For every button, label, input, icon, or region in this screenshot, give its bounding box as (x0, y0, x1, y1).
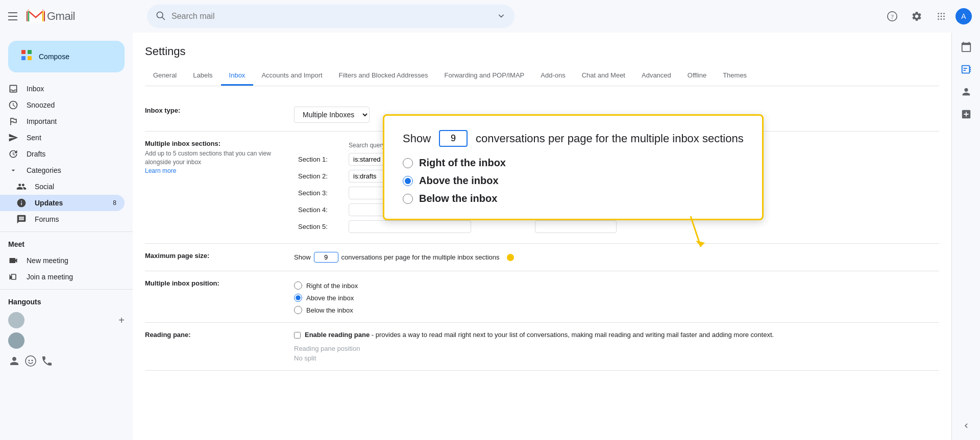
yellow-dot (507, 254, 514, 261)
reading-pane-no-split: No split (294, 354, 939, 362)
important-label: Important (27, 117, 116, 125)
sidebar-item-updates[interactable]: Updates 8 (0, 195, 125, 211)
reading-pane-checkbox[interactable] (294, 332, 301, 339)
sidebar-item-forums[interactable]: Forums (0, 211, 125, 227)
hangout-contact-2[interactable] (0, 330, 133, 351)
position-below-option[interactable]: Below the inbox (294, 306, 939, 314)
tab-chat[interactable]: Chat and Meet (574, 66, 633, 86)
tab-advanced[interactable]: Advanced (633, 66, 679, 86)
max-page-size-value-col: Show conversations per page for the mult… (294, 252, 939, 263)
position-below-radio[interactable] (294, 306, 302, 314)
position-right-radio[interactable] (294, 281, 302, 290)
position-above-option[interactable]: Above the inbox (294, 294, 939, 302)
multiple-inbox-position-label-col: Multiple inbox position: (145, 279, 278, 287)
hangouts-emoji-icon[interactable] (24, 355, 37, 369)
important-icon (8, 116, 18, 126)
compose-button[interactable]: Compose (8, 41, 125, 72)
svg-point-12 (941, 18, 942, 20)
svg-point-10 (943, 16, 945, 17)
tab-forwarding[interactable]: Forwarding and POP/IMAP (436, 66, 532, 86)
help-button[interactable]: ? (882, 6, 902, 27)
position-right-option[interactable]: Right of the inbox (294, 281, 939, 290)
right-sidebar-tasks[interactable] (956, 59, 976, 80)
tab-inbox[interactable]: Inbox (221, 66, 254, 86)
tab-filters[interactable]: Filters and Blocked Addresses (331, 66, 436, 86)
hangout-avatar-1 (8, 312, 24, 328)
svg-point-18 (26, 356, 36, 366)
user-avatar[interactable]: A (955, 8, 972, 24)
sidebar-item-new-meeting[interactable]: New meeting (0, 252, 125, 269)
tab-themes[interactable]: Themes (715, 66, 755, 86)
svg-point-8 (938, 16, 939, 17)
sidebar-item-drafts[interactable]: Drafts (0, 146, 125, 162)
hangouts-section-label: Hangouts (0, 294, 133, 310)
sidebar-item-join-meeting[interactable]: Join a meeting (0, 269, 125, 285)
topbar-right: ? A (882, 6, 972, 27)
menu-icon[interactable] (8, 10, 20, 22)
sidebar-item-important[interactable]: Important (0, 113, 125, 130)
tooltip-below-radio[interactable] (403, 194, 413, 204)
apps-button[interactable] (931, 6, 951, 27)
tooltip-value-input[interactable] (439, 130, 468, 147)
tooltip-right-radio[interactable] (403, 158, 413, 168)
topbar: Gmail ? (0, 0, 980, 33)
drafts-label: Drafts (27, 150, 116, 158)
tab-accounts[interactable]: Accounts and Import (253, 66, 330, 86)
tab-labels[interactable]: Labels (185, 66, 220, 86)
hangouts-person-icon[interactable] (8, 355, 20, 369)
compose-label: Compose (39, 53, 69, 61)
sent-label: Sent (27, 134, 116, 142)
tooltip-right-option[interactable]: Right of the inbox (403, 157, 744, 169)
right-sidebar-add[interactable] (956, 104, 976, 124)
svg-text:?: ? (891, 13, 894, 20)
sidebar-item-snoozed[interactable]: Snoozed (0, 97, 125, 113)
search-chevron-icon[interactable] (496, 11, 506, 22)
sidebar-item-categories[interactable]: Categories (0, 162, 125, 178)
right-sidebar-calendar[interactable] (956, 37, 976, 57)
col-section-header (294, 140, 345, 151)
search-bar[interactable] (147, 5, 514, 28)
svg-point-5 (938, 13, 939, 14)
svg-point-20 (32, 360, 33, 361)
inbox-type-select[interactable]: Multiple Inboxes Default Important first… (294, 107, 370, 123)
updates-badge: 8 (113, 199, 116, 206)
position-above-radio[interactable] (294, 294, 302, 302)
multiple-inbox-sections-sublabel: Add up to 5 custom sections that you can… (145, 149, 278, 175)
tooltip-right-label: Right of the inbox (419, 157, 506, 169)
sidebar-item-sent[interactable]: Sent (0, 130, 125, 146)
multiple-inbox-position-label: Multiple inbox position: (145, 279, 278, 287)
search-input[interactable] (172, 12, 490, 21)
learn-more-link[interactable]: Learn more (145, 167, 176, 174)
hangouts-phone-icon[interactable] (41, 355, 53, 369)
svg-point-19 (29, 360, 30, 361)
hangout-add-icon[interactable]: + (118, 315, 125, 326)
content-area: Settings General Labels Inbox Accounts a… (133, 33, 951, 440)
multiple-inbox-sections-label: Multiple inbox sections: (145, 140, 278, 147)
categories-label: Categories (27, 166, 116, 174)
inbox-icon (8, 84, 18, 94)
right-sidebar-contacts[interactable] (956, 82, 976, 102)
reading-pane-enable-label: Enable reading pane (305, 331, 370, 339)
reading-pane-desc: - provides a way to read mail right next… (372, 331, 774, 339)
section-5-query-cell (345, 218, 520, 235)
settings-button[interactable] (906, 6, 927, 27)
tab-general[interactable]: General (145, 66, 185, 86)
right-sidebar-expand[interactable] (956, 420, 976, 432)
sidebar-item-inbox[interactable]: Inbox (0, 81, 125, 97)
tooltip-above-option[interactable]: Above the inbox (403, 175, 744, 187)
page-size-input[interactable] (314, 252, 338, 263)
section-5-title-input[interactable] (535, 220, 617, 233)
svg-point-6 (941, 13, 942, 14)
tab-addons[interactable]: Add-ons (532, 66, 573, 86)
max-page-size-label: Maximum page size: (145, 252, 278, 260)
sidebar: Compose Inbox Snoozed Important Sent (0, 33, 133, 440)
section-5-query-input[interactable] (349, 220, 471, 233)
tooltip-above-radio[interactable] (403, 176, 413, 186)
hangout-avatar-2 (8, 332, 24, 349)
svg-rect-14 (21, 50, 26, 54)
tooltip-below-option[interactable]: Below the inbox (403, 193, 744, 204)
position-radio-group: Right of the inbox Above the inbox Below… (294, 281, 939, 314)
sidebar-item-social[interactable]: Social (0, 178, 125, 195)
tab-offline[interactable]: Offline (679, 66, 715, 86)
hangout-contact-1[interactable]: + (0, 310, 133, 330)
